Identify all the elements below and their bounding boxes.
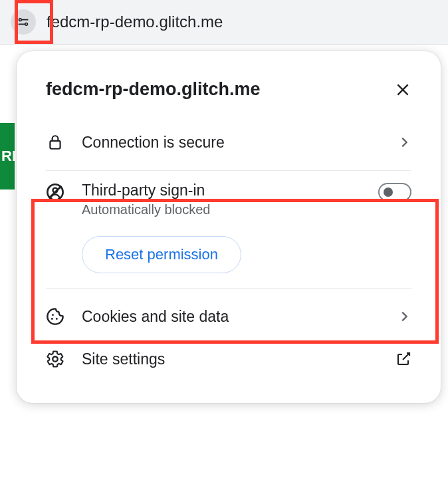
url-text[interactable]: fedcm-rp-demo.glitch.me	[47, 13, 223, 31]
divider	[46, 288, 411, 289]
svg-point-10	[52, 314, 54, 316]
svg-point-12	[56, 318, 58, 320]
background-page-fragment: RF	[0, 123, 15, 189]
svg-line-14	[403, 353, 409, 360]
third-party-subtitle: Automatically blocked	[82, 202, 378, 217]
svg-point-0	[19, 19, 22, 21]
site-info-popover: fedcm-rp-demo.glitch.me Connection is se…	[17, 51, 441, 403]
lock-icon	[47, 134, 64, 151]
url-bar: fedcm-rp-demo.glitch.me	[0, 0, 448, 45]
svg-point-2	[25, 23, 28, 26]
cookies-label: Cookies and site data	[82, 308, 397, 326]
divider	[46, 170, 411, 171]
toggle-knob	[384, 188, 393, 197]
connection-row[interactable]: Connection is secure	[17, 121, 441, 164]
svg-rect-6	[50, 141, 60, 149]
site-info-button[interactable]	[11, 9, 36, 35]
popover-title: fedcm-rp-demo.glitch.me	[46, 79, 261, 100]
cookie-icon	[46, 307, 64, 326]
third-party-signin-section: Third-party sign-in Automatically blocke…	[17, 178, 441, 281]
external-link-icon	[395, 351, 411, 367]
reset-permission-button[interactable]: Reset permission	[82, 236, 241, 273]
tune-icon	[17, 15, 30, 29]
site-settings-row[interactable]: Site settings	[17, 338, 441, 380]
gear-icon	[46, 350, 64, 368]
site-settings-label: Site settings	[82, 350, 395, 368]
cookies-row[interactable]: Cookies and site data	[17, 295, 441, 338]
third-party-title: Third-party sign-in	[82, 182, 378, 199]
popover-header: fedcm-rp-demo.glitch.me	[17, 79, 441, 121]
blocked-signin-icon	[46, 182, 64, 202]
chevron-right-icon	[397, 135, 411, 150]
close-icon[interactable]	[394, 81, 411, 98]
third-party-toggle[interactable]	[378, 183, 411, 201]
chevron-right-icon	[397, 309, 411, 324]
svg-point-11	[51, 318, 53, 320]
connection-label: Connection is secure	[82, 134, 397, 152]
